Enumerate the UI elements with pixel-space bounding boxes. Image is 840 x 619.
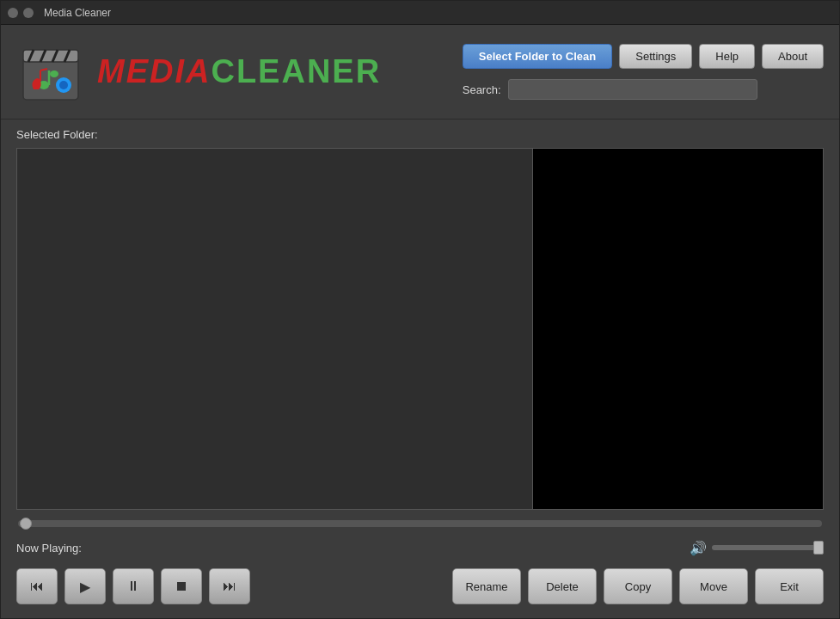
search-label: Search: [463,83,501,96]
app-title-cleaner: CLEANER [211,53,381,89]
app-title-media: MEDIA [97,53,211,89]
exit-button[interactable]: Exit [755,568,824,604]
rename-button[interactable]: Rename [452,568,521,604]
selected-folder-label: Selected Folder: [16,128,824,141]
header-buttons: Select Folder to Clean Settings Help Abo… [463,44,824,69]
volume-icon: 🔊 [690,540,707,556]
preview-panel [532,148,824,510]
fastforward-button[interactable]: ⏭ [209,568,250,604]
pause-button[interactable]: ⏸ [113,568,154,604]
fastforward-icon: ⏭ [223,579,236,594]
action-buttons: Rename Delete Copy Move Exit [452,568,824,604]
header: MEDIACLEANER Select Folder to Clean Sett… [1,25,839,120]
app-window: Media Cleaner [0,0,840,619]
file-list-panel[interactable] [16,148,532,510]
stop-icon: ⏹ [175,579,188,594]
settings-button[interactable]: Settings [619,44,692,69]
window-dot-1 [8,8,18,18]
content-area: Selected Folder: Now Playing: 🔊 ⏮ [1,120,839,618]
app-logo [16,38,85,107]
search-input[interactable] [508,79,757,100]
svg-point-10 [59,81,68,89]
delete-button[interactable]: Delete [528,568,597,604]
progress-row [16,515,824,532]
rewind-button[interactable]: ⏮ [16,568,58,604]
svg-point-8 [50,70,58,77]
volume-thumb [813,541,824,555]
help-button[interactable]: Help [699,44,755,69]
volume-slider[interactable] [712,545,824,550]
panels-row [16,148,824,510]
select-folder-button[interactable]: Select Folder to Clean [463,44,613,69]
svg-rect-0 [23,57,78,100]
app-title: MEDIACLEANER [97,53,381,90]
play-icon: ▶ [80,579,90,595]
volume-row: 🔊 [690,540,824,556]
logo-area: MEDIACLEANER [16,38,381,107]
progress-thumb [20,518,32,530]
window-dot-2 [23,8,34,18]
window-title: Media Cleaner [44,7,111,19]
pause-icon: ⏸ [126,579,140,594]
play-button[interactable]: ▶ [64,568,106,604]
title-bar: Media Cleaner [1,1,839,25]
progress-track[interactable] [18,520,822,527]
now-playing-label: Now Playing: [16,542,82,555]
copy-button[interactable]: Copy [604,568,672,604]
now-playing-row: Now Playing: 🔊 [16,537,824,558]
header-right: Select Folder to Clean Settings Help Abo… [463,44,824,100]
move-button[interactable]: Move [679,568,748,604]
controls-row: ⏮ ▶ ⏸ ⏹ ⏭ Rename Delete Copy Move Exit [16,563,824,613]
rewind-icon: ⏮ [30,579,44,594]
about-button[interactable]: About [762,44,824,69]
search-row: Search: [463,79,757,100]
stop-button[interactable]: ⏹ [161,568,202,604]
